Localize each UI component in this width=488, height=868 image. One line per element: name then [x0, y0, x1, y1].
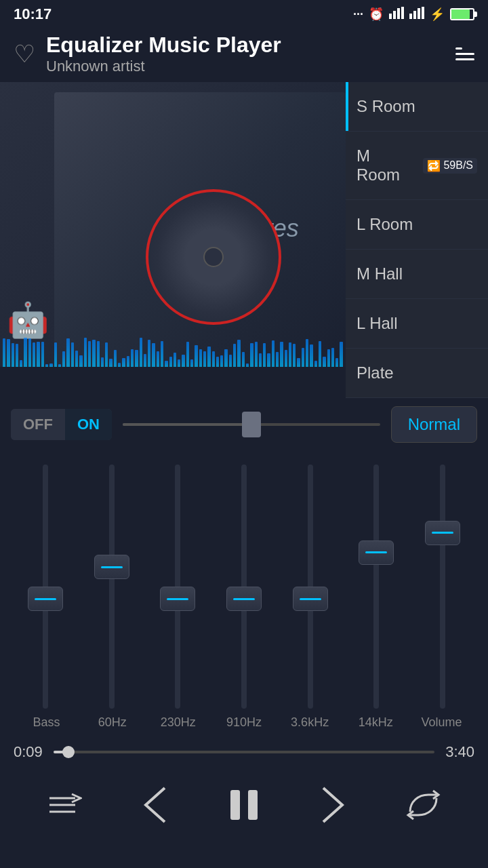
progress-track[interactable]	[54, 751, 434, 753]
eq-label-5: 14kHz	[343, 715, 409, 730]
waveform	[0, 333, 346, 367]
time: 10:17	[14, 5, 52, 23]
eq-track-4[interactable]	[308, 465, 313, 709]
eq-channel-14khz	[345, 465, 409, 709]
app-title: Equalizer Music Player	[46, 33, 445, 58]
preset-plate[interactable]: Plate	[346, 349, 488, 398]
next-button[interactable]	[310, 781, 357, 829]
album-section: No pictures 🤖	[0, 82, 346, 398]
eq-labels: Bass60Hz230Hz910Hz3.6kHz14kHzVolume	[7, 709, 481, 730]
eq-label-4: 3.6kHz	[277, 715, 343, 730]
svg-rect-7	[422, 7, 424, 19]
preset-label: M Room	[357, 146, 416, 184]
signal2-icon	[409, 7, 424, 22]
time-current: 0:09	[14, 743, 43, 761]
speed-value: 59B/S	[443, 159, 473, 172]
eq-channel-36khz	[279, 465, 342, 709]
shuffle-button[interactable]	[41, 781, 89, 829]
svg-rect-3	[401, 7, 404, 19]
eq-handle-line-2	[167, 598, 188, 600]
off-label[interactable]: OFF	[11, 409, 65, 440]
eq-label-6: Volume	[409, 715, 474, 730]
eq-handle-line-3	[233, 598, 255, 600]
preset-label: L Room	[357, 215, 413, 234]
preset-m-room[interactable]: M Room 🔁 59B/S	[346, 132, 488, 200]
title-area: Equalizer Music Player Unknown artist	[46, 33, 445, 75]
eq-channel-910hz	[212, 465, 276, 709]
eq-channel-60hz	[80, 465, 144, 709]
svg-rect-6	[418, 8, 420, 19]
eq-track-3[interactable]	[241, 465, 247, 709]
eq-track-0[interactable]	[43, 465, 48, 709]
eq-channel-230hz	[146, 465, 209, 709]
on-label[interactable]: ON	[65, 409, 112, 440]
eq-handle-1[interactable]	[94, 555, 129, 579]
slider-fill	[123, 423, 251, 426]
pause-button[interactable]	[220, 781, 268, 829]
alarm-icon: ⏰	[369, 7, 384, 22]
album-art: No pictures 🤖	[0, 82, 346, 367]
progress-section: 0:09 3:40	[0, 736, 488, 768]
favorite-button[interactable]: ♡	[14, 40, 35, 68]
menu-button[interactable]	[455, 47, 474, 60]
on-off-toggle[interactable]: OFF ON	[11, 409, 112, 440]
svg-rect-2	[397, 8, 400, 19]
eq-label-2: 230Hz	[145, 715, 211, 730]
status-icons: ··· ⏰ ⚡	[353, 7, 474, 22]
eq-handle-2[interactable]	[160, 587, 195, 611]
eq-handle-line-1	[101, 566, 123, 568]
svg-rect-12	[248, 790, 258, 820]
eq-channel-volume	[411, 465, 474, 709]
eq-handle-3[interactable]	[226, 587, 262, 611]
repeat-button[interactable]	[399, 781, 447, 829]
svg-rect-0	[389, 14, 392, 19]
progress-thumb[interactable]	[62, 746, 75, 758]
eq-track-1[interactable]	[109, 465, 115, 709]
battery-icon	[450, 8, 474, 20]
album-art-inner: No pictures	[54, 92, 346, 367]
eq-handle-line-6	[432, 532, 453, 534]
preset-label: S Room	[357, 97, 415, 116]
eq-handle-6[interactable]	[425, 521, 460, 545]
eq-handle-line-4	[300, 598, 321, 600]
eq-handle-line-5	[365, 551, 387, 553]
preset-label: Plate	[357, 363, 394, 382]
controls-row: OFF ON Normal	[0, 398, 488, 451]
slider-thumb[interactable]	[242, 412, 261, 437]
time-total: 3:40	[445, 743, 474, 761]
prev-button[interactable]	[131, 781, 178, 829]
artist-name: Unknown artist	[46, 58, 445, 75]
preset-label: L Hall	[357, 314, 397, 333]
playback-controls	[0, 768, 488, 849]
svg-rect-11	[230, 790, 240, 820]
eq-handle-line-0	[35, 598, 56, 600]
preset-label: M Hall	[357, 264, 403, 283]
eq-channel-bass	[14, 465, 77, 709]
preset-l-hall[interactable]: L Hall	[346, 299, 488, 349]
header: ♡ Equalizer Music Player Unknown artist	[0, 26, 488, 82]
eq-track-5[interactable]	[373, 465, 379, 709]
preset-l-room[interactable]: L Room	[346, 200, 488, 250]
main-slider[interactable]	[123, 411, 380, 438]
svg-rect-1	[393, 11, 396, 19]
svg-rect-4	[409, 14, 412, 19]
eq-track-6[interactable]	[440, 465, 445, 709]
normal-button[interactable]: Normal	[391, 406, 477, 443]
eq-handle-4[interactable]	[293, 587, 328, 611]
eq-label-0: Bass	[14, 715, 79, 730]
eq-section: Bass60Hz230Hz910Hz3.6kHz14kHzVolume	[0, 451, 488, 736]
preset-list: S Room M Room 🔁 59B/S L Room M Hall L Ha…	[346, 82, 488, 398]
vinyl-center	[203, 247, 224, 267]
eq-handle-5[interactable]	[359, 540, 394, 565]
preset-s-room[interactable]: S Room	[346, 82, 488, 132]
vinyl-circle	[146, 189, 281, 325]
eq-track-2[interactable]	[175, 465, 180, 709]
eq-label-3: 910Hz	[211, 715, 277, 730]
speed-badge: 🔁 59B/S	[423, 158, 477, 174]
eq-handle-0[interactable]	[28, 587, 63, 611]
bolt-icon: ⚡	[430, 7, 445, 22]
sync-icon: 🔁	[427, 159, 441, 172]
main-area: No pictures 🤖 S Room M Room 🔁 59B/S L Ro…	[0, 82, 488, 398]
eq-sliders	[7, 465, 481, 709]
preset-m-hall[interactable]: M Hall	[346, 250, 488, 299]
